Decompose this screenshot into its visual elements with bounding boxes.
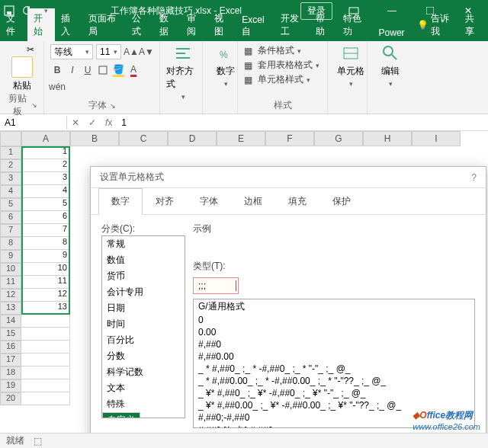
row-header[interactable]: 6 xyxy=(0,211,21,224)
font-size-select[interactable]: 11▾ xyxy=(96,44,121,59)
cell[interactable]: 4 xyxy=(21,185,70,198)
dtab-number[interactable]: 数字 xyxy=(98,188,143,215)
formula-input[interactable]: 1 xyxy=(117,116,131,130)
italic-button[interactable]: I xyxy=(66,62,79,78)
category-item[interactable]: 常规 xyxy=(102,236,185,252)
dialog-help-icon[interactable]: ? xyxy=(471,172,477,183)
category-listbox[interactable]: 常规数值货币会计专用日期时间百分比分数科学记数文本特殊自定义 xyxy=(101,235,185,418)
col-header[interactable]: B xyxy=(70,131,119,146)
font-color-button[interactable]: A xyxy=(127,62,140,78)
col-header[interactable]: H xyxy=(363,131,412,146)
dtab-font[interactable]: 字体 xyxy=(187,188,231,214)
cell[interactable]: 12 xyxy=(21,289,70,302)
cells-icon[interactable] xyxy=(342,44,360,62)
enter-icon[interactable]: ✓ xyxy=(84,117,101,128)
cell[interactable] xyxy=(21,341,70,354)
category-item[interactable]: 科学记数 xyxy=(102,364,185,380)
cell[interactable]: 2 xyxy=(21,159,70,172)
number-label[interactable]: 数字 xyxy=(217,65,235,78)
row-header[interactable]: 7 xyxy=(0,224,21,237)
format-item[interactable]: _ * #,##0_ ;_ * -#,##0_ ;_ * "-"_ ;_ @_ xyxy=(194,363,474,375)
border-button[interactable] xyxy=(96,62,110,78)
cell[interactable] xyxy=(21,379,70,392)
conditional-formatting-button[interactable]: ▦条件格式▾ xyxy=(244,44,321,57)
cell[interactable] xyxy=(21,315,70,328)
row-header[interactable]: 9 xyxy=(0,250,21,263)
row-header[interactable]: 3 xyxy=(0,172,21,185)
col-header[interactable]: A xyxy=(21,131,70,146)
dtab-border[interactable]: 边框 xyxy=(231,188,275,214)
share-button[interactable]: 共享 xyxy=(458,9,488,41)
cell[interactable]: 10 xyxy=(21,263,70,276)
row-header[interactable]: 17 xyxy=(0,354,21,366)
format-item[interactable]: #,##0 xyxy=(194,338,474,350)
category-item[interactable]: 会计专用 xyxy=(102,284,185,300)
save-icon[interactable] xyxy=(3,5,15,17)
cell[interactable]: 6 xyxy=(21,211,70,224)
phonetic-button[interactable]: wén xyxy=(50,79,64,94)
align-label[interactable]: 对齐方式 xyxy=(166,65,200,91)
col-header[interactable]: D xyxy=(168,131,217,146)
cell[interactable]: 11 xyxy=(21,276,70,289)
font-name-select[interactable]: 等线▾ xyxy=(50,44,93,59)
category-item[interactable]: 日期 xyxy=(102,300,185,316)
row-header[interactable]: 1 xyxy=(0,146,21,159)
format-table-button[interactable]: ▦套用表格格式▾ xyxy=(244,59,321,72)
align-icon[interactable] xyxy=(174,44,192,62)
category-item[interactable]: 文本 xyxy=(102,380,185,396)
row-header[interactable]: 8 xyxy=(0,237,21,250)
category-item[interactable]: 时间 xyxy=(102,316,185,332)
format-item[interactable]: _ * #,##0.00_ ;_ * -#,##0.00_ ;_ * "-"??… xyxy=(194,375,474,387)
tab-tellme[interactable]: 💡告诉我 xyxy=(411,8,458,41)
cell[interactable]: 1 xyxy=(21,146,70,159)
cells-label[interactable]: 单元格 xyxy=(337,65,364,78)
accessibility-icon[interactable]: ⬚ xyxy=(34,436,42,446)
cancel-icon[interactable]: ✕ xyxy=(67,117,84,128)
dtab-fill[interactable]: 填充 xyxy=(275,188,319,214)
name-box[interactable]: A1 xyxy=(0,116,67,130)
format-item[interactable]: 0 xyxy=(194,314,474,326)
select-all-corner[interactable] xyxy=(0,131,21,146)
format-item[interactable]: _ ¥* #,##0_ ;_ ¥* -#,##0_ ;_ ¥* "-"_ ;_ … xyxy=(194,387,474,399)
minimize-icon[interactable]: — xyxy=(375,0,409,21)
row-header[interactable]: 20 xyxy=(0,392,21,405)
row-header[interactable]: 14 xyxy=(0,315,21,328)
cell[interactable]: 8 xyxy=(21,237,70,250)
row-header[interactable]: 18 xyxy=(0,366,21,379)
format-item[interactable]: #,##0.00 xyxy=(194,350,474,363)
number-icon[interactable]: % xyxy=(217,44,235,62)
category-item[interactable]: 分数 xyxy=(102,348,185,364)
cut-icon[interactable]: ✂ xyxy=(27,44,37,55)
cell[interactable] xyxy=(21,366,70,379)
qat-customize-icon[interactable]: ▾ xyxy=(40,5,52,17)
row-header[interactable]: 2 xyxy=(0,159,21,172)
paste-icon[interactable] xyxy=(11,56,33,78)
col-header[interactable]: G xyxy=(314,131,363,146)
category-item[interactable]: 特殊 xyxy=(102,396,185,412)
cell[interactable]: 5 xyxy=(21,198,70,211)
category-item[interactable]: 百分比 xyxy=(102,332,185,348)
tab-power[interactable]: Power xyxy=(373,24,411,41)
cell-styles-button[interactable]: ▦单元格样式▾ xyxy=(244,73,321,86)
cell[interactable]: 13 xyxy=(21,302,70,315)
dialog-launcher-icon[interactable]: ↘ xyxy=(110,102,116,110)
cell[interactable] xyxy=(21,354,70,366)
undo-icon[interactable] xyxy=(21,5,34,17)
row-header[interactable]: 11 xyxy=(0,276,21,289)
category-item[interactable]: 自定义 xyxy=(102,412,140,418)
dialog-launcher-icon[interactable]: ↘ xyxy=(31,101,37,109)
underline-button[interactable]: U xyxy=(81,62,95,78)
row-header[interactable]: 15 xyxy=(0,328,21,341)
col-header[interactable]: F xyxy=(265,131,314,146)
col-header[interactable]: I xyxy=(412,131,461,146)
category-item[interactable]: 货币 xyxy=(102,268,185,284)
row-header[interactable]: 12 xyxy=(0,289,21,302)
editing-label[interactable]: 编辑 xyxy=(381,65,400,78)
paste-label[interactable]: 粘贴 xyxy=(13,79,31,92)
row-header[interactable]: 5 xyxy=(0,198,21,211)
col-header[interactable]: C xyxy=(119,131,168,146)
bold-button[interactable]: B xyxy=(50,62,64,78)
dialog-title-bar[interactable]: 设置单元格格式 ? xyxy=(91,167,486,188)
row-header[interactable]: 19 xyxy=(0,379,21,392)
row-header[interactable]: 4 xyxy=(0,185,21,198)
